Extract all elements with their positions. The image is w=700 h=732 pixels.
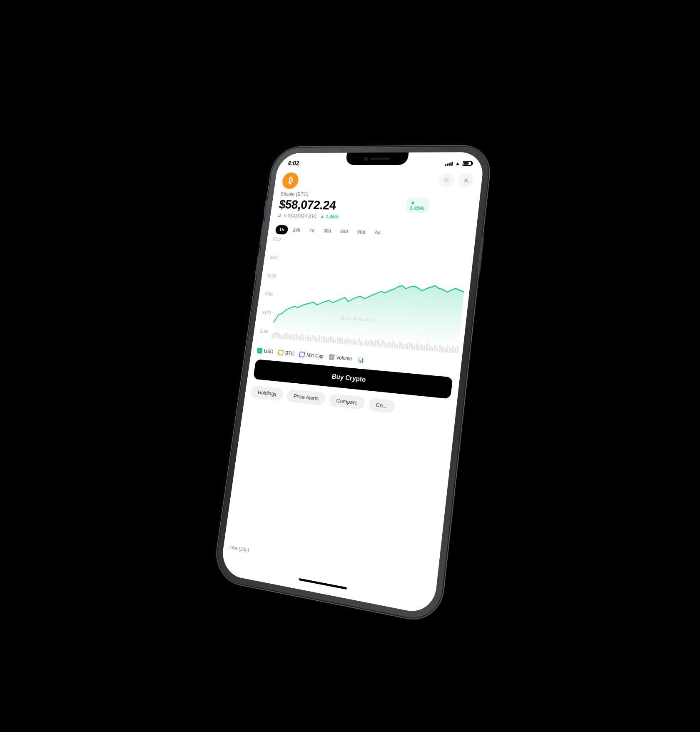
silent-button <box>263 200 267 215</box>
svg-rect-6 <box>284 332 287 339</box>
status-time: 4:02 <box>287 160 299 167</box>
svg-rect-43 <box>369 340 372 346</box>
svg-rect-10 <box>293 335 295 340</box>
power-button <box>477 237 484 275</box>
svg-rect-70 <box>436 346 438 352</box>
svg-rect-33 <box>346 337 348 344</box>
exchange-icon: ⇄ <box>277 212 281 218</box>
svg-rect-1 <box>273 332 276 338</box>
legend-mktcap[interactable]: Mkt Cap <box>299 351 324 359</box>
svg-rect-16 <box>306 335 309 341</box>
notch <box>345 152 409 165</box>
svg-rect-78 <box>456 346 458 353</box>
svg-rect-51 <box>389 341 391 347</box>
svg-rect-19 <box>314 336 316 342</box>
svg-rect-40 <box>362 341 364 345</box>
svg-rect-20 <box>316 337 318 342</box>
tab-all[interactable]: All <box>370 227 385 237</box>
front-camera <box>363 156 368 161</box>
tab-holdings[interactable]: Holdings <box>250 385 284 401</box>
svg-rect-21 <box>318 335 321 342</box>
svg-rect-50 <box>386 342 388 347</box>
tab-60d[interactable]: 60d <box>336 227 352 237</box>
star-button[interactable]: ☆ <box>438 173 455 187</box>
svg-rect-44 <box>372 341 374 346</box>
svg-rect-3 <box>278 333 280 339</box>
svg-rect-64 <box>421 344 423 350</box>
svg-rect-35 <box>350 340 352 345</box>
legend-mktcap-label: Mkt Cap <box>306 352 324 359</box>
status-icons: ▲ <box>445 160 472 166</box>
phone-wrapper: 4:02 ▲ <box>214 146 491 623</box>
phone-screen: 4:02 ▲ <box>219 152 485 615</box>
svg-rect-39 <box>360 340 362 345</box>
volume-down-button <box>254 252 260 275</box>
svg-rect-25 <box>327 337 330 343</box>
svg-rect-74 <box>446 345 448 352</box>
svg-rect-45 <box>374 340 376 347</box>
svg-rect-61 <box>413 345 415 350</box>
svg-rect-2 <box>276 331 278 338</box>
phone-shell: 4:02 ▲ <box>214 146 491 623</box>
svg-rect-32 <box>344 339 346 344</box>
legend-btc[interactable]: BTC <box>278 350 294 357</box>
svg-rect-0 <box>271 333 273 338</box>
volume-up-button <box>259 222 264 245</box>
volume-check-icon: ✓ <box>329 354 335 360</box>
svg-rect-18 <box>311 335 314 342</box>
scene: 4:02 ▲ <box>0 0 700 732</box>
header-actions: ▲ 1.45% ☆ ✕ <box>438 173 474 187</box>
svg-rect-27 <box>332 338 334 343</box>
signal-icon <box>445 161 453 166</box>
svg-rect-46 <box>376 339 379 347</box>
svg-rect-24 <box>325 337 327 342</box>
svg-rect-38 <box>357 338 360 345</box>
svg-rect-42 <box>367 340 369 346</box>
coin-price: $58,072.24 <box>278 197 471 215</box>
tab-90d[interactable]: 90d <box>353 227 370 237</box>
svg-rect-65 <box>423 345 425 350</box>
svg-rect-37 <box>355 340 357 345</box>
svg-rect-71 <box>438 345 441 352</box>
svg-rect-55 <box>399 341 401 348</box>
svg-rect-11 <box>295 334 298 340</box>
close-button[interactable]: ✕ <box>457 173 474 187</box>
svg-rect-31 <box>341 338 343 344</box>
tab-compare[interactable]: Compare <box>329 393 366 410</box>
change-pct-inline: ▲ 1.45% <box>319 214 339 220</box>
btc-check-icon <box>278 350 284 355</box>
tab-30d[interactable]: 30d <box>319 226 336 236</box>
legend-usd[interactable]: ✓ USD <box>257 347 273 355</box>
svg-rect-14 <box>302 335 304 341</box>
svg-rect-58 <box>406 342 408 349</box>
app-content: 4:02 ▲ <box>219 152 485 615</box>
tab-more[interactable]: Co... <box>368 397 395 413</box>
tab-1h[interactable]: 1h <box>275 225 288 235</box>
svg-rect-34 <box>348 338 351 345</box>
tab-price-alerts[interactable]: Price Alerts <box>286 389 326 405</box>
coin-icon: ₿ <box>281 172 299 189</box>
svg-rect-57 <box>403 344 405 349</box>
svg-rect-68 <box>431 347 433 351</box>
svg-rect-36 <box>353 338 355 345</box>
svg-rect-12 <box>298 335 300 340</box>
tab-24h[interactable]: 24h <box>289 225 305 235</box>
svg-rect-69 <box>433 345 436 352</box>
svg-rect-49 <box>384 342 386 347</box>
legend-volume[interactable]: ✓ Volume <box>329 354 352 362</box>
tab-7d[interactable]: 7d <box>305 226 319 235</box>
svg-rect-23 <box>323 336 325 342</box>
svg-rect-29 <box>336 337 339 344</box>
svg-rect-28 <box>334 339 336 343</box>
svg-rect-60 <box>411 344 413 350</box>
svg-rect-4 <box>280 335 282 339</box>
battery-icon <box>462 161 472 166</box>
price-chart: ⊛ CoinMarketCap <box>252 237 474 362</box>
svg-rect-13 <box>300 333 302 340</box>
svg-rect-77 <box>453 347 456 353</box>
svg-rect-26 <box>329 336 332 343</box>
home-indicator <box>299 578 347 589</box>
svg-rect-47 <box>379 342 381 347</box>
legend-bars[interactable]: 📊 <box>357 356 364 363</box>
svg-rect-72 <box>441 346 443 352</box>
